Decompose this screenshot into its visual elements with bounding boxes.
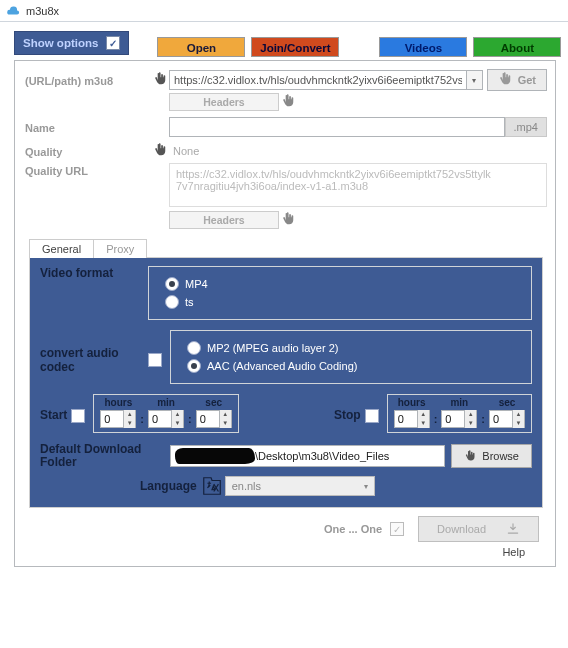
stop-hours-spinner[interactable]: ▲▼ [394, 410, 430, 428]
translate-icon [201, 475, 225, 497]
convert-audio-codec-label: convert audio codec [40, 346, 148, 375]
language-label: Language [140, 479, 197, 493]
window-title: m3u8x [26, 5, 59, 17]
titlebar: m3u8x [0, 0, 568, 22]
radio-aac-label: AAC (Advanced Audio Coding) [207, 360, 357, 372]
start-min-spinner[interactable]: ▲▼ [148, 410, 184, 428]
stop-min-header: min [450, 397, 468, 408]
tab-join-convert[interactable]: Join/Convert [251, 37, 339, 57]
get-button[interactable]: Get [487, 69, 547, 91]
stop-min-spinner[interactable]: ▲▼ [441, 410, 477, 428]
hand-pointer-icon[interactable] [281, 94, 297, 110]
radio-mp4-label: MP4 [185, 278, 208, 290]
workarea: Show options ✓ Open Join/Convert Videos … [0, 22, 568, 579]
quality-label: Quality [25, 144, 153, 158]
main-panel: (URL/path) m3u8 ▾ Get Headers Name [14, 60, 556, 567]
one-one-label: One ... One [324, 523, 382, 535]
download-button-label: Download [437, 523, 486, 535]
download-button[interactable]: Download [418, 516, 539, 542]
url-label: (URL/path) m3u8 [25, 73, 153, 87]
tab-videos[interactable]: Videos [379, 37, 467, 57]
app-cloud-icon [6, 4, 20, 18]
tab-general[interactable]: General [29, 239, 94, 258]
default-download-folder-label: Default Download Folder [40, 443, 170, 469]
redacted-path [175, 448, 255, 464]
start-sec-header: sec [205, 397, 222, 408]
stop-sec-header: sec [499, 397, 516, 408]
name-label: Name [25, 120, 153, 134]
quality-url-field[interactable]: https://c32.vidlox.tv/hls/oudvhmckntk2yi… [169, 163, 547, 207]
start-hours-spinner[interactable]: ▲▼ [100, 410, 136, 428]
stop-checkbox[interactable] [365, 409, 379, 423]
file-extension-label: .mp4 [505, 117, 547, 137]
help-link[interactable]: Help [25, 542, 547, 558]
start-sec-spinner[interactable]: ▲▼ [196, 410, 232, 428]
language-value: en.nls [232, 480, 261, 492]
hand-pointer-icon[interactable] [281, 212, 297, 228]
start-checkbox[interactable] [71, 409, 85, 423]
convert-audio-codec-checkbox[interactable] [148, 353, 162, 367]
download-icon [506, 522, 520, 536]
stop-label: Stop [334, 408, 361, 422]
show-options-toggle[interactable]: Show options ✓ [14, 31, 129, 55]
show-options-label: Show options [23, 37, 98, 49]
hand-pointer-icon[interactable] [153, 72, 169, 88]
inner-tabs: General Proxy [29, 239, 547, 258]
hand-pointer-icon [498, 72, 514, 88]
one-one-checkbox[interactable]: ✓ [390, 522, 404, 536]
radio-mp2[interactable] [187, 341, 201, 355]
url-dropdown[interactable]: ▾ [467, 70, 483, 90]
start-hours-header: hours [104, 397, 132, 408]
tab-open[interactable]: Open [157, 37, 245, 57]
radio-ts-label: ts [185, 296, 194, 308]
start-time-box: hours ▲▼ : min ▲▼ : sec ▲▼ [93, 394, 238, 433]
footer-row: One ... One ✓ Download [25, 514, 547, 542]
general-settings-panel: Video format MP4 ts convert audio codec [29, 257, 543, 508]
hand-pointer-icon[interactable] [153, 143, 169, 159]
start-label: Start [40, 408, 67, 422]
language-select[interactable]: en.nls ▾ [225, 476, 375, 496]
video-format-label: Video format [40, 266, 148, 280]
download-folder-input[interactable]: \Desktop\m3u8\Video_Files [170, 445, 445, 467]
hand-pointer-icon [464, 450, 476, 462]
tab-proxy[interactable]: Proxy [94, 239, 147, 258]
quality-url-label: Quality URL [25, 163, 153, 177]
radio-mp4[interactable] [165, 277, 179, 291]
get-button-label: Get [518, 74, 536, 86]
quality-value: None [173, 145, 199, 157]
tab-about[interactable]: About [473, 37, 561, 57]
radio-aac[interactable] [187, 359, 201, 373]
headers-button-top[interactable]: Headers [169, 93, 279, 111]
headers-button-bottom[interactable]: Headers [169, 211, 279, 229]
start-min-header: min [157, 397, 175, 408]
browse-button[interactable]: Browse [451, 444, 532, 468]
radio-mp2-label: MP2 (MPEG audio layer 2) [207, 342, 338, 354]
chevron-down-icon: ▾ [364, 482, 368, 491]
name-input[interactable] [169, 117, 505, 137]
stop-sec-spinner[interactable]: ▲▼ [489, 410, 525, 428]
url-input[interactable] [169, 70, 467, 90]
stop-time-box: hours ▲▼ : min ▲▼ : sec ▲▼ [387, 394, 532, 433]
top-tab-row: Show options ✓ Open Join/Convert Videos … [14, 28, 564, 58]
radio-ts[interactable] [165, 295, 179, 309]
download-folder-value: \Desktop\m3u8\Video_Files [255, 450, 389, 462]
browse-button-label: Browse [482, 450, 519, 462]
show-options-checkbox[interactable]: ✓ [106, 36, 120, 50]
stop-hours-header: hours [398, 397, 426, 408]
